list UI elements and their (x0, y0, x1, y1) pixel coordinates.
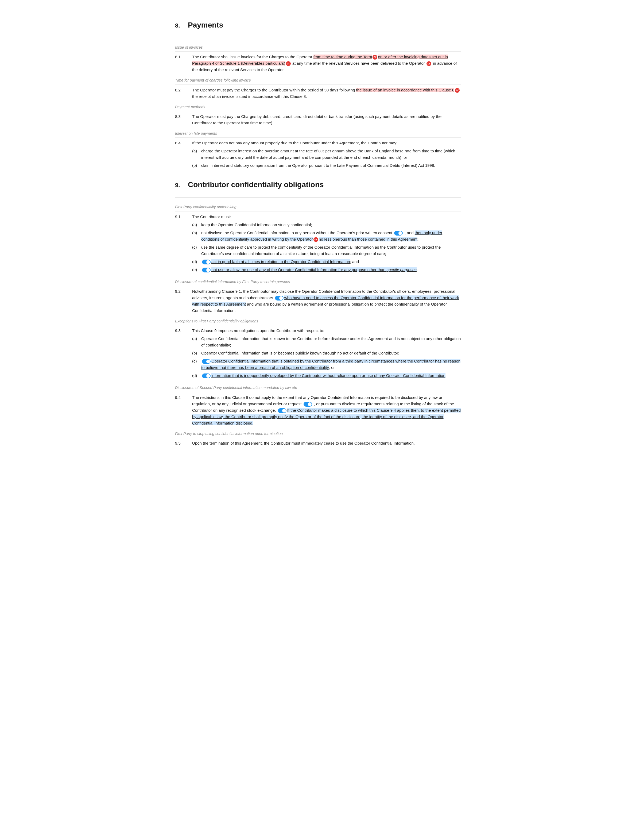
list-item: (b)not disclose the Operator Confidentia… (192, 230, 461, 243)
clause: 9.2Notwithstanding Clause 9.1, the Contr… (175, 288, 461, 314)
clause: 8.4If the Operator does not pay any amou… (175, 140, 461, 170)
list-item-content: information that is independently develo… (201, 373, 447, 379)
list-item-content: keep the Operator Confidential Informati… (201, 222, 312, 228)
list-item-label: (a) (192, 336, 198, 348)
clause-number: 9.3 (175, 327, 188, 381)
section-title: Payments (188, 19, 223, 31)
clause-number: 9.4 (175, 394, 188, 426)
list-item: (a)charge the Operator interest on the o… (192, 148, 461, 161)
toggle-switch[interactable] (304, 402, 312, 407)
section-number: 8. (175, 21, 184, 30)
toggle-switch[interactable] (202, 374, 211, 378)
highlight-blue-text: If the Contributor makes a disclosure to… (192, 408, 461, 425)
clause-number: 9.2 (175, 288, 188, 314)
list-item-label: (e) (192, 267, 198, 273)
highlight-blue-text: who have a need to access the Operator C… (192, 295, 459, 306)
or-badge: or (455, 88, 460, 93)
list-item: (c)Operator Confidential Information tha… (192, 358, 461, 371)
subsection-label: Disclosure of confidential information b… (175, 279, 461, 286)
list-item-label: (c) (192, 244, 198, 257)
list-item-content: use the same degree of care to protect t… (201, 244, 461, 257)
clause-number: 8.3 (175, 114, 188, 126)
subsection-label: Time for payment of charges following in… (175, 77, 461, 84)
list-item-label: (a) (192, 222, 198, 228)
clause-number: 8.2 (175, 87, 188, 100)
clause-content: Notwithstanding Clause 9.1, the Contribu… (192, 288, 461, 314)
list-item: (d)information that is independently dev… (192, 373, 461, 379)
clause-paragraph: The Contributor shall issue invoices for… (192, 54, 461, 73)
clause-sub-list: (a)charge the Operator interest on the o… (192, 148, 461, 169)
clause: 8.3The Operator must pay the Charges by … (175, 114, 461, 126)
list-item-content: Operator Confidential Information that i… (201, 350, 399, 356)
subsection-label: First Party confidentiality undertaking (175, 204, 461, 211)
list-item-label: (c) (192, 358, 198, 371)
clause-number: 9.5 (175, 440, 188, 447)
clause-sub-list: (a)Operator Confidential Information tha… (192, 336, 461, 379)
list-item-label: (d) (192, 373, 198, 379)
toggle-switch[interactable] (275, 296, 283, 300)
clause: 8.2The Operator must pay the Charges to … (175, 87, 461, 100)
clause-paragraph: Notwithstanding Clause 9.1, the Contribu… (192, 288, 461, 314)
or-badge: or (373, 55, 377, 60)
list-item-content: not disclose the Operator Confidential I… (201, 230, 461, 243)
clause-content: Upon the termination of this Agreement, … (192, 440, 461, 447)
list-item-content: charge the Operator interest on the over… (201, 148, 461, 161)
subsection-label: Interest on late payments (175, 131, 461, 138)
subsection-label: Issue of invoices (175, 44, 461, 52)
section-divider (175, 38, 461, 38)
clause: 9.3This Clause 9 imposes no obligations … (175, 327, 461, 381)
clause: 9.1The Contributor must:(a)keep the Oper… (175, 214, 461, 275)
clause-intro: The Contributor must: (192, 214, 461, 220)
list-item: (c)use the same degree of care to protec… (192, 244, 461, 257)
highlight-red-text: the issue of an invoice in accordance wi… (356, 88, 455, 92)
list-item-content: Operator Confidential Information that i… (201, 336, 461, 348)
section-title: Contributor confidentiality obligations (188, 179, 324, 191)
clause-content: The restrictions in this Clause 9 do not… (192, 394, 461, 426)
or-badge: or (427, 61, 431, 66)
document-content: 8.PaymentsIssue of invoices8.1The Contri… (175, 19, 461, 447)
list-item-content: Operator Confidential Information that i… (201, 358, 461, 371)
list-item: (a)keep the Operator Confidential Inform… (192, 222, 461, 228)
list-item-label: (b) (192, 162, 198, 169)
toggle-switch[interactable] (202, 359, 211, 364)
clause-number: 9.1 (175, 214, 188, 275)
list-item: (e)not use or allow the use of any of th… (192, 267, 461, 273)
clause-paragraph: The Operator must pay the Charges to the… (192, 87, 461, 100)
list-item: (d)act in good faith at all times in rel… (192, 259, 461, 265)
list-item: (b)claim interest and statutory compensa… (192, 162, 461, 169)
clause-content: This Clause 9 imposes no obligations upo… (192, 327, 461, 381)
list-item-content: claim interest and statutory compensatio… (201, 162, 435, 169)
clause-paragraph: The Operator must pay the Charges by deb… (192, 114, 461, 126)
list-item-content: not use or allow the use of any of the O… (201, 267, 418, 273)
clause: 9.5Upon the termination of this Agreemen… (175, 440, 461, 447)
or-badge: or (286, 61, 291, 66)
list-item-label: (b) (192, 350, 198, 356)
clause-paragraph: The restrictions in this Clause 9 do not… (192, 394, 461, 426)
section-header: 8.Payments (175, 19, 461, 31)
clause-paragraph: Upon the termination of this Agreement, … (192, 440, 461, 447)
list-item-label: (b) (192, 230, 198, 243)
clause-number: 8.4 (175, 140, 188, 170)
clause-content: The Operator must pay the Charges to the… (192, 87, 461, 100)
list-item-label: (d) (192, 259, 198, 265)
subsection-label: Exceptions to First Party confidentialit… (175, 318, 461, 325)
highlight-italic-text: specify purposes (386, 267, 417, 272)
highlight-blue-text: not use or allow the use of any of the O… (211, 267, 386, 272)
clause-intro: This Clause 9 imposes no obligations upo… (192, 327, 461, 334)
toggle-switch[interactable] (278, 408, 287, 413)
toggle-switch[interactable] (202, 268, 211, 272)
subsection-label: Payment methods (175, 104, 461, 111)
section-number: 9. (175, 180, 184, 190)
list-item-content: act in good faith at all times in relati… (201, 259, 359, 265)
highlight-blue-text: information that is independently develo… (211, 373, 446, 378)
clause-content: If the Operator does not pay any amount … (192, 140, 461, 170)
highlight-blue-text: Operator Confidential Information that i… (201, 359, 460, 370)
toggle-switch[interactable] (394, 231, 403, 235)
clause-number: 8.1 (175, 54, 188, 73)
or-badge: or (313, 237, 318, 242)
clause-content: The Operator must pay the Charges by deb… (192, 114, 461, 126)
section-header: 9.Contributor confidentiality obligation… (175, 179, 461, 191)
subsection-label: First Party to stop using confidential i… (175, 431, 461, 438)
list-item-label: (a) (192, 148, 198, 161)
toggle-switch[interactable] (202, 260, 211, 264)
